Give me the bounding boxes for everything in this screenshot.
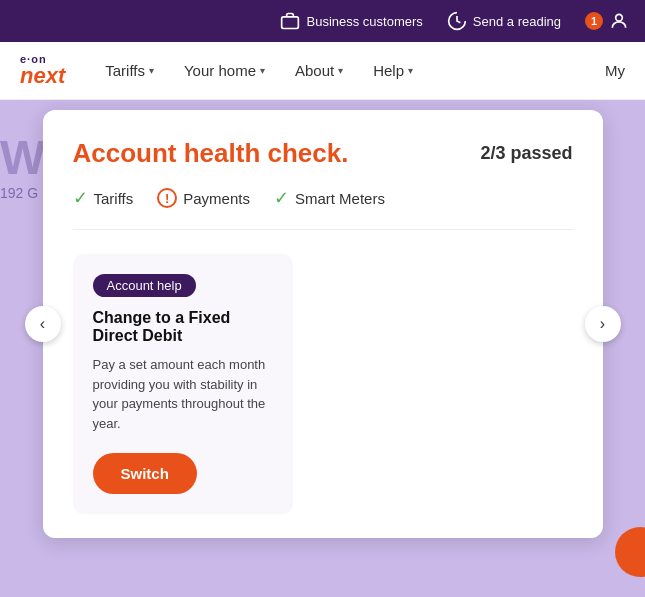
chevron-down-icon: ▾ [149,65,154,76]
check-pass-icon: ✓ [73,187,88,209]
check-pass-icon: ✓ [274,187,289,209]
chevron-down-icon: ▾ [408,65,413,76]
check-smart-meters: ✓ Smart Meters [274,187,385,209]
svg-rect-0 [282,17,299,29]
top-bar: Business customers Send a reading 1 [0,0,645,42]
send-reading-label: Send a reading [473,14,561,29]
business-customers-link[interactable]: Business customers [280,11,422,31]
health-check-title: Account health check. [73,138,349,169]
carousel-left-arrow[interactable]: ‹ [25,306,61,342]
check-warn-icon: ! [157,188,177,208]
main-nav: e·on next Tariffs ▾ Your home ▾ About ▾ … [0,42,645,100]
nav-help[interactable]: Help ▾ [373,62,413,79]
chevron-down-icon: ▾ [260,65,265,76]
carousel-right-arrow[interactable]: › [585,306,621,342]
modal-overlay: ‹ › Account health check. 2/3 passed ✓ T… [0,100,645,597]
page-background: Wo 192 G Ac t paym paymement iss afteris… [0,100,645,597]
nav-about[interactable]: About ▾ [295,62,343,79]
health-check-header: Account health check. 2/3 passed [73,138,573,169]
suggestion-card: Account help Change to a Fixed Direct De… [73,254,293,514]
notification-badge: 1 [585,12,603,30]
check-payments: ! Payments [157,188,250,208]
logo-next: next [20,65,65,87]
svg-point-1 [616,14,623,21]
health-checks-list: ✓ Tariffs ! Payments ✓ Smart Meters [73,187,573,230]
check-smart-meters-label: Smart Meters [295,190,385,207]
check-payments-label: Payments [183,190,250,207]
send-reading-link[interactable]: Send a reading [447,11,561,31]
logo[interactable]: e·on next [20,54,65,87]
switch-button[interactable]: Switch [93,453,197,494]
health-check-card: ‹ › Account health check. 2/3 passed ✓ T… [43,110,603,538]
check-tariffs-label: Tariffs [94,190,134,207]
nav-my[interactable]: My [605,62,625,79]
suggestion-title: Change to a Fixed Direct Debit [93,309,273,345]
person-icon [609,11,629,31]
suggestion-description: Pay a set amount each month providing yo… [93,355,273,433]
notifications-link[interactable]: 1 [585,11,629,31]
business-customers-label: Business customers [306,14,422,29]
health-check-score: 2/3 passed [480,143,572,164]
nav-tariffs[interactable]: Tariffs ▾ [105,62,154,79]
briefcase-icon [280,11,300,31]
nav-your-home[interactable]: Your home ▾ [184,62,265,79]
chevron-down-icon: ▾ [338,65,343,76]
account-help-badge: Account help [93,274,196,297]
check-tariffs: ✓ Tariffs [73,187,134,209]
meter-icon [447,11,467,31]
